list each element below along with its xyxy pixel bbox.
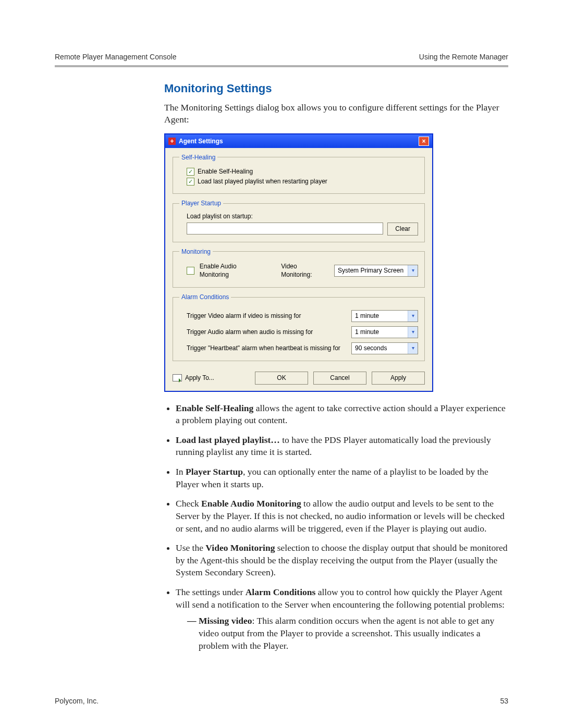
close-icon[interactable]: × [419,137,429,146]
select-video-monitoring[interactable]: System Primary Screen ▾ [334,265,418,277]
term-enable-self-healing: Enable Self-Healing [176,403,253,413]
clear-button[interactable]: Clear [387,223,418,236]
apply-button[interactable]: Apply [372,372,425,385]
intro-paragraph: The Monitoring Settings dialog box allow… [164,102,508,126]
section-title: Monitoring Settings [164,81,508,96]
select-audio-alarm-value: 1 minute [355,328,379,336]
select-video-alarm-value: 1 minute [355,312,379,320]
list-item: Enable Self-Healing allows the agent to … [176,402,508,427]
header-right: Using the Remote Manager [419,52,508,62]
select-video-monitoring-value: System Primary Screen [338,266,403,275]
group-player-startup: Player Startup Load playlist on startup:… [173,199,425,242]
dialog-title: Agent Settings [179,137,223,145]
legend-self-healing: Self-Healing [179,153,217,162]
ok-button[interactable]: OK [255,372,308,385]
app-icon: + [168,138,176,145]
label-enable-self-healing: Enable Self-Healing [198,167,253,176]
list-item: The settings under Alarm Conditions allo… [176,586,508,652]
feature-list: Enable Self-Healing allows the agent to … [164,402,508,652]
agent-settings-dialog: + Agent Settings × Self-Healing ✓ Enable… [164,133,433,392]
label-audio-alarm: Trigger Audio alarm when audio is missin… [187,328,313,336]
list-item: In Player Startup, you can optionally en… [176,466,508,490]
select-heartbeat-alarm-value: 90 seconds [355,344,387,352]
chevron-down-icon: ▾ [408,327,418,338]
group-monitoring: Monitoring ✓ Enable Audio Monitoring Vid… [173,248,425,288]
page-header: Remote Player Management Console Using t… [55,52,508,62]
label-heartbeat-alarm: Trigger "Heartbeat" alarm when heartbeat… [187,344,340,352]
header-divider [55,65,508,67]
page-number: 53 [500,696,508,706]
chevron-down-icon: ▾ [408,265,418,276]
term-video-monitoring: Video Monitoring [205,542,275,553]
group-self-healing: Self-Healing ✓ Enable Self-Healing ✓ Loa… [173,153,425,194]
text: In [176,466,186,477]
header-left: Remote Player Management Console [55,52,176,62]
legend-alarm-conditions: Alarm Conditions [179,293,231,301]
footer-company: Polycom, Inc. [55,696,99,706]
term-player-startup: Player Startup [186,466,243,477]
checkbox-load-last-playlist[interactable]: ✓ [187,178,194,186]
label-load-playlist-on-startup: Load playlist on startup: [187,212,418,220]
checkbox-enable-audio-monitoring[interactable]: ✓ [187,267,194,275]
term-enable-audio-monitoring: Enable Audio Monitoring [201,498,301,509]
select-audio-alarm[interactable]: 1 minute ▾ [351,326,418,338]
apply-to-label: Apply To... [185,374,214,382]
checkbox-enable-self-healing[interactable]: ✓ [187,168,194,176]
chevron-down-icon: ▾ [408,311,418,322]
text: Check [176,498,201,509]
term-alarm-conditions: Alarm Conditions [246,587,316,597]
term-load-last-playlist: Load last played playlist… [176,435,280,445]
legend-player-startup: Player Startup [179,199,223,207]
list-item: Missing video: This alarm condition occu… [187,615,508,652]
sub-list: Missing video: This alarm condition occu… [176,615,508,652]
apply-to-icon [173,374,182,381]
apply-to-button[interactable]: Apply To... [173,374,214,382]
term-missing-video: Missing video [199,615,252,626]
text: The settings under [176,587,246,597]
text: Use the [176,542,205,553]
label-video-alarm: Trigger Video alarm if video is missing … [187,312,301,320]
legend-monitoring: Monitoring [179,248,213,256]
label-enable-audio-monitoring: Enable Audio Monitoring [200,262,266,279]
chevron-down-icon: ▾ [408,343,418,354]
dialog-titlebar[interactable]: + Agent Settings × [165,134,432,148]
list-item: Use the Video Monitoring selection to ch… [176,542,508,579]
input-startup-playlist[interactable] [187,223,383,235]
select-heartbeat-alarm[interactable]: 90 seconds ▾ [351,342,418,354]
list-item: Check Enable Audio Monitoring to allow t… [176,498,508,535]
label-load-last-playlist: Load last played playlist when restartin… [198,177,327,186]
list-item: Load last played playlist… to have the P… [176,434,508,459]
group-alarm-conditions: Alarm Conditions Trigger Video alarm if … [173,293,425,361]
cancel-button[interactable]: Cancel [313,372,366,385]
label-video-monitoring: Video Monitoring: [281,262,329,279]
page-footer: Polycom, Inc. 53 [55,696,508,706]
select-video-alarm[interactable]: 1 minute ▾ [351,310,418,322]
